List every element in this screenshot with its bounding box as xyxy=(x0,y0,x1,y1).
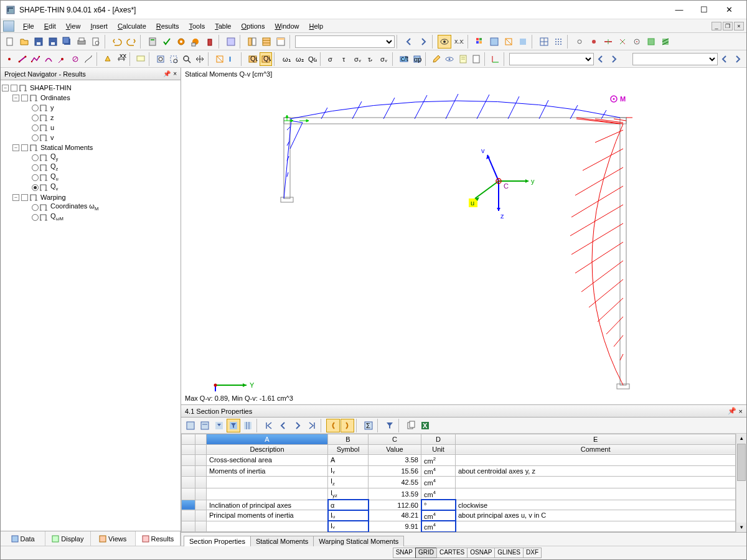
dimension-icon[interactable]: xx xyxy=(115,52,128,66)
tb-last-icon[interactable] xyxy=(305,419,319,432)
tree-item[interactable]: Qz xyxy=(2,162,179,172)
sigmav1-icon[interactable]: σᵥ xyxy=(352,52,364,66)
status-grid[interactable]: GRID xyxy=(415,548,437,558)
section-button[interactable] xyxy=(644,35,658,49)
tree-item[interactable]: z xyxy=(2,113,179,123)
print-button[interactable] xyxy=(75,35,88,49)
q-omega-icon[interactable]: Qω xyxy=(306,52,318,66)
stress-qv-icon[interactable]: Qv xyxy=(260,52,272,66)
x-xx-button[interactable]: x.xx xyxy=(452,35,466,49)
next-case-button[interactable] xyxy=(608,52,620,66)
status-cartes[interactable]: CARTES xyxy=(436,548,467,558)
nav-tab-data[interactable]: Data xyxy=(1,531,45,546)
tree-item[interactable]: QωM xyxy=(2,212,179,222)
dim-icon[interactable] xyxy=(82,52,95,66)
tables-button[interactable] xyxy=(260,35,273,49)
node-button[interactable] xyxy=(587,35,601,49)
axis-x-button[interactable] xyxy=(601,35,615,49)
units-button[interactable] xyxy=(224,35,238,49)
sigma-icon[interactable]: σ xyxy=(325,52,337,66)
element-sel-icon[interactable] xyxy=(214,52,226,66)
new-button[interactable] xyxy=(3,35,17,49)
tb-first-icon[interactable] xyxy=(262,419,276,432)
close-panel-icon[interactable]: × xyxy=(739,408,743,415)
tau-icon[interactable]: τ xyxy=(338,52,350,66)
eye-icon[interactable] xyxy=(443,52,456,66)
report-icon[interactable] xyxy=(457,52,469,66)
calc-params-button[interactable] xyxy=(189,35,202,49)
hatch-button[interactable] xyxy=(659,35,672,49)
pencil-icon[interactable] xyxy=(430,52,443,66)
colors-button[interactable] xyxy=(473,35,487,49)
status-glines[interactable]: GLINES xyxy=(494,548,524,558)
tb-sum-icon[interactable]: Σ xyxy=(362,419,375,432)
tb-filter2-icon[interactable] xyxy=(383,419,397,432)
link-button[interactable] xyxy=(573,35,586,49)
section-sel-icon[interactable]: I xyxy=(227,52,239,66)
tau-r-icon[interactable]: τᵣ xyxy=(365,52,377,66)
tb-excel-icon[interactable]: X xyxy=(418,419,432,432)
tab-warping-moments[interactable]: Warping Statical Moments xyxy=(313,536,404,546)
prev-case-button-2[interactable] xyxy=(718,52,731,66)
case-combo-2[interactable] xyxy=(632,53,717,65)
plastic-icon[interactable]: αpl xyxy=(411,52,423,66)
nav-tab-views[interactable]: Views xyxy=(91,531,136,546)
tab-statical-moments[interactable]: Statical Moments xyxy=(250,536,314,546)
wireframe-button[interactable] xyxy=(502,35,515,49)
nav-tab-display[interactable]: Display xyxy=(45,531,90,546)
show-results-button[interactable] xyxy=(438,35,451,49)
tab-section-props[interactable]: Section Properties xyxy=(184,536,251,546)
menu-help[interactable]: Help xyxy=(304,21,329,31)
pointelem-icon[interactable] xyxy=(56,52,68,66)
dot-icon[interactable] xyxy=(3,52,16,66)
pin-icon[interactable]: 📌 xyxy=(163,70,171,77)
menu-window[interactable]: Window xyxy=(270,21,304,31)
polyline-icon[interactable] xyxy=(29,52,42,66)
panel-button[interactable] xyxy=(274,35,288,49)
check-button[interactable] xyxy=(160,35,174,49)
menu-file[interactable]: File xyxy=(18,21,39,31)
viewport[interactable]: Statical Moments Q-v [cm^3] Y Z xyxy=(181,68,746,405)
prev-view-button[interactable] xyxy=(402,35,416,49)
zoom-extents-icon[interactable] xyxy=(154,52,167,66)
navigator-tree[interactable]: −SHAPE-THIN−Ordinatesyzuv−Statical Momen… xyxy=(1,80,181,531)
menu-results[interactable]: Results xyxy=(151,21,184,31)
pan-icon[interactable] xyxy=(194,52,206,66)
status-dxf[interactable]: DXF xyxy=(523,548,542,558)
tree-item[interactable]: Qv xyxy=(2,182,179,192)
undo-button[interactable] xyxy=(110,35,124,49)
dotted-grid-button[interactable] xyxy=(552,35,565,49)
tree-item[interactable]: y xyxy=(2,103,179,113)
scroll-down-icon[interactable]: ▼ xyxy=(736,523,746,532)
delete-results-button[interactable] xyxy=(203,35,217,49)
menu-tools[interactable]: Tools xyxy=(184,21,210,31)
point-button[interactable] xyxy=(630,35,644,49)
mdi-restore[interactable]: ❐ xyxy=(723,22,733,30)
status-snap[interactable]: SNAP xyxy=(393,548,416,558)
pin-icon[interactable]: 📌 xyxy=(728,407,736,415)
menu-edit[interactable]: Edit xyxy=(39,21,61,31)
tb-filter-icon[interactable] xyxy=(227,419,240,432)
scroll-up-icon[interactable]: ▲ xyxy=(736,434,746,443)
saveall-button[interactable] xyxy=(60,35,74,49)
null-icon[interactable] xyxy=(69,52,82,66)
tb-sort-icon[interactable] xyxy=(198,419,212,432)
comment-icon[interactable] xyxy=(134,52,147,66)
stress-qu-icon[interactable]: Qu xyxy=(247,52,259,66)
omega2-icon[interactable]: ω₂ xyxy=(293,52,305,66)
menu-options[interactable]: Options xyxy=(236,21,270,31)
tb-bracket-l-icon[interactable] xyxy=(326,419,340,432)
axes-toggle-icon[interactable] xyxy=(489,52,502,66)
arc-icon[interactable] xyxy=(42,52,55,66)
open-button[interactable] xyxy=(17,35,31,49)
menu-view[interactable]: View xyxy=(61,21,86,31)
omega1-icon[interactable]: ω₁ xyxy=(279,52,291,66)
save-button[interactable] xyxy=(32,35,45,49)
support-icon[interactable] xyxy=(101,52,114,66)
navigator-button[interactable] xyxy=(245,35,259,49)
mdi-minimize[interactable]: _ xyxy=(712,22,721,30)
tree-item[interactable]: Qy xyxy=(2,152,179,162)
view-combo[interactable] xyxy=(295,35,395,48)
minimize-button[interactable]: — xyxy=(667,1,692,19)
preview-button[interactable] xyxy=(89,35,103,49)
